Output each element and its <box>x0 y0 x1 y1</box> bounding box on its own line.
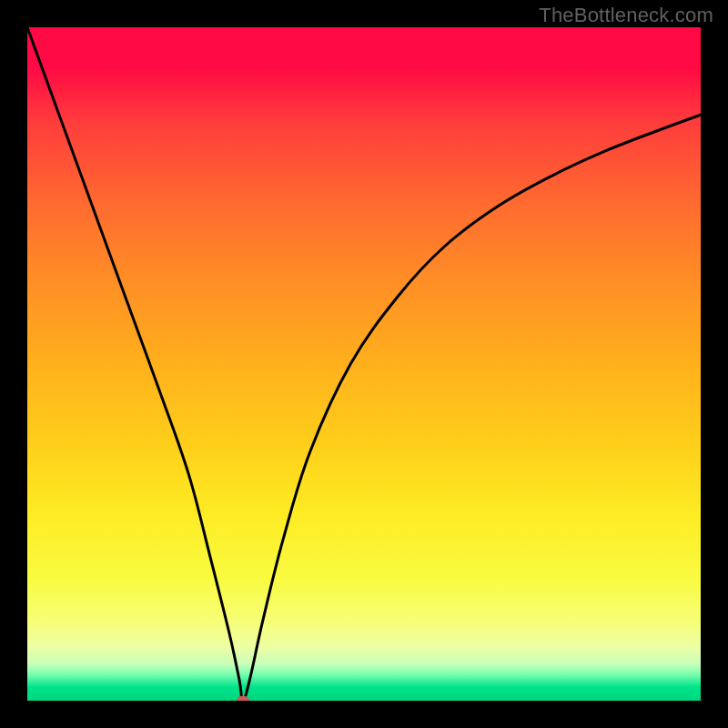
plot-background-gradient <box>27 27 701 701</box>
optimum-marker <box>237 696 249 706</box>
chart-container: TheBottleneck.com <box>0 0 728 728</box>
watermark-text: TheBottleneck.com <box>539 4 713 27</box>
